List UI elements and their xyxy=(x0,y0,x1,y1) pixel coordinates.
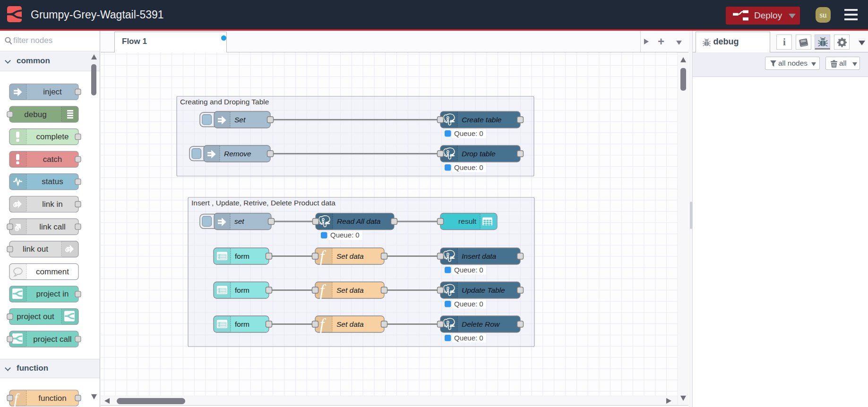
svg-text:Queue: 0: Queue: 0 xyxy=(454,266,483,274)
svg-text:Read All data: Read All data xyxy=(337,217,381,225)
svg-text:status: status xyxy=(42,177,63,186)
svg-text:debug: debug xyxy=(24,110,46,119)
svg-text:project in: project in xyxy=(36,289,69,298)
svg-text:set: set xyxy=(234,217,244,225)
svg-text:Creating and Droping Table: Creating and Droping Table xyxy=(180,98,269,106)
svg-text:result: result xyxy=(458,217,477,225)
svg-text:link in: link in xyxy=(42,200,62,209)
svg-text:form: form xyxy=(235,320,249,328)
svg-text:project out: project out xyxy=(17,312,54,321)
svg-text:project call: project call xyxy=(33,335,71,344)
svg-text:Set data: Set data xyxy=(336,252,364,260)
svg-text:Queue: 0: Queue: 0 xyxy=(454,300,483,308)
svg-text:Set data: Set data xyxy=(336,286,364,294)
svg-text:Create table: Create table xyxy=(462,116,502,124)
svg-text:function: function xyxy=(38,394,67,403)
svg-text:Remove: Remove xyxy=(224,150,251,158)
svg-text:comment: comment xyxy=(36,267,69,276)
svg-text:Queue: 0: Queue: 0 xyxy=(330,231,360,239)
svg-text:Drop table: Drop table xyxy=(462,150,496,158)
svg-text:Set: Set xyxy=(234,116,246,124)
svg-text:Update Table: Update Table xyxy=(462,286,505,294)
svg-text:form: form xyxy=(235,252,249,260)
svg-text:Set data: Set data xyxy=(336,320,364,328)
svg-text:Queue: 0: Queue: 0 xyxy=(454,334,483,342)
svg-text:i: i xyxy=(783,37,786,48)
svg-text:inject: inject xyxy=(43,87,62,96)
svg-text:complete: complete xyxy=(36,132,69,141)
svg-text:Insert data: Insert data xyxy=(462,252,497,260)
svg-text:link out: link out xyxy=(23,245,48,254)
svg-text:Queue: 0: Queue: 0 xyxy=(454,129,483,137)
svg-text:Insert , Update, Retrive, Dele: Insert , Update, Retrive, Delete Product… xyxy=(191,199,335,207)
svg-text:Queue: 0: Queue: 0 xyxy=(454,163,483,171)
svg-text:link call: link call xyxy=(39,222,66,231)
svg-text:Delete Row: Delete Row xyxy=(462,320,500,328)
svg-text:form: form xyxy=(235,286,249,294)
svg-text:catch: catch xyxy=(43,155,62,164)
